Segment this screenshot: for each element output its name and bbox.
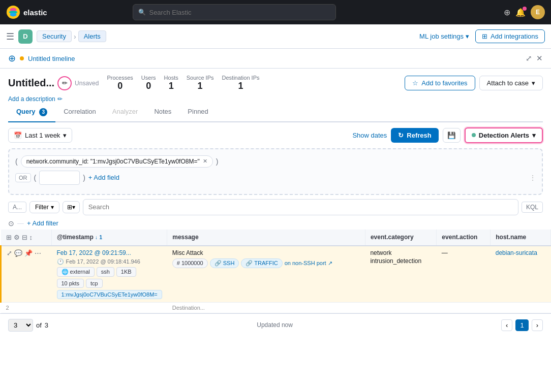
prev-page-btn[interactable]: ‹	[501, 319, 512, 331]
user-avatar[interactable]: E	[531, 5, 545, 19]
kql-badge[interactable]: KQL	[522, 202, 543, 213]
field-tags: 🌐 external ssh 1KB 10 pkts tcp 1:mvJgsj0…	[57, 267, 162, 299]
notifications-btn[interactable]: 🔔	[515, 8, 526, 17]
total-rows: 3	[45, 321, 48, 329]
tag-traffic: 🔗 TRAFFIC	[241, 258, 282, 268]
timeline-expand-btn[interactable]: ⤢	[526, 54, 532, 63]
chevron-down-icon: ▾	[466, 32, 469, 40]
pin-row-btn[interactable]: 📌	[24, 249, 33, 257]
empty-field[interactable]	[39, 171, 80, 185]
col-settings-btn[interactable]: ⚙	[14, 234, 20, 241]
row-message: Misc Attack # 1000000 🔗 SSH 🔗 TRAFFIC on…	[167, 246, 365, 303]
breadcrumb-security[interactable]: Security	[37, 30, 72, 42]
edit-desc-icon: ✏	[57, 95, 63, 103]
help-icon-btn[interactable]: ⊕	[504, 8, 510, 17]
stat-dest-ips: Destination IPs 1	[222, 75, 260, 91]
host-name-link[interactable]: debian-suricata	[496, 249, 537, 256]
query-row-1: ( network.community_id: "1:mvJgsj0oC7VBu…	[15, 155, 536, 168]
col-expand-btn[interactable]: ⊟	[22, 234, 27, 241]
tab-notes[interactable]: Notes	[146, 103, 179, 122]
tab-pinned[interactable]: Pinned	[179, 103, 216, 122]
chevron-down-icon-detect: ▾	[532, 132, 536, 139]
tabs-bar: Query 3 Correlation Analyzer Notes Pinne…	[8, 103, 543, 122]
search-filter-input[interactable]	[83, 199, 518, 215]
breadcrumb: Security › Alerts	[37, 30, 106, 42]
tab-query-label: Query	[16, 108, 36, 115]
grid-settings-btn[interactable]: ⊞▾	[63, 201, 80, 213]
timeline-title-link[interactable]: Untitled timeline	[28, 55, 75, 62]
field-tag-ssh: ssh	[97, 267, 114, 277]
breadcrumb-sep: ›	[74, 32, 76, 41]
show-dates-btn[interactable]: Show dates	[352, 132, 387, 139]
tab-query[interactable]: Query 3	[8, 103, 55, 122]
data-table: ⊞ ⚙ ⊟ ↕ @timestamp ↓ 1 message event.cat…	[0, 230, 551, 313]
col-header-timestamp: @timestamp ↓ 1	[52, 230, 167, 246]
field-tag-external: 🌐 external	[57, 267, 95, 277]
notification-dot	[523, 7, 527, 11]
add-field-btn[interactable]: + Add field	[88, 174, 119, 181]
next-page-btn[interactable]: ›	[532, 319, 543, 331]
tag-link-btn[interactable]: on non-SSH port ↗	[285, 258, 332, 268]
expand-row-btn[interactable]: ⤢	[7, 249, 12, 257]
timeline-add-btn[interactable]: ⊕	[8, 53, 16, 64]
rows-select[interactable]: 3 10 25 50	[8, 319, 33, 332]
tab-analyzer[interactable]: Analyzer	[104, 103, 146, 122]
tab-correlation[interactable]: Correlation	[55, 103, 104, 122]
detection-alerts-btn[interactable]: Detection Alerts ▾	[465, 127, 543, 143]
detection-alerts-label: Detection Alerts	[479, 132, 529, 139]
table-container: ⊞ ⚙ ⊟ ↕ @timestamp ↓ 1 message event.cat…	[0, 230, 551, 313]
event-cat-2: intrusion_detection	[370, 257, 431, 265]
hamburger-btn[interactable]: ☰	[6, 31, 14, 42]
add-integrations-btn[interactable]: ⊞ Add integrations	[475, 29, 545, 43]
add-to-favorites-btn[interactable]: ☆ Add to favorites	[405, 76, 475, 90]
unsaved-badge: Unsaved	[75, 80, 99, 87]
top-nav: elastic 🔍 ⊕ 🔔 E	[0, 0, 551, 24]
add-integrations-label: Add integrations	[491, 32, 538, 40]
timeline-actions-right: ☆ Add to favorites Attach to case ▾	[405, 76, 543, 90]
breadcrumb-alerts[interactable]: Alerts	[78, 30, 106, 42]
timeline-close-btn[interactable]: ✕	[536, 54, 543, 63]
timeline-name-edit: Untitled... ✏ Unsaved	[8, 76, 99, 90]
message-value: Misc Attack	[172, 249, 203, 256]
filter-separator: —	[17, 219, 24, 227]
ml-job-settings-btn[interactable]: ML job settings ▾	[419, 32, 469, 40]
detection-status-dot	[472, 133, 476, 137]
add-filter-btn[interactable]: + Add filter	[27, 219, 58, 227]
row2-timestamp-partial: 2	[1, 302, 167, 313]
tab-pinned-label: Pinned	[188, 108, 208, 115]
stat-hosts: Hosts 1	[164, 75, 178, 91]
col-header-actions: ⊞ ⚙ ⊟ ↕	[1, 230, 52, 246]
table-row: ⤢ 💬 📌 ⋯ Feb 17, 2022 @ 09:21:59... 🕐 Feb…	[1, 246, 551, 303]
search-input[interactable]	[149, 9, 330, 16]
chip-close-btn[interactable]: ✕	[203, 158, 207, 165]
drag-handle: ⋮	[530, 174, 536, 181]
date-picker-btn[interactable]: 📅 Last 1 week ▾	[8, 128, 72, 143]
note-row-btn[interactable]: 💬	[14, 249, 22, 257]
row2-dest-partial: Destination...	[167, 302, 551, 313]
refresh-btn[interactable]: ↻ Refresh	[391, 128, 438, 143]
field-tag-pkts: 10 pkts	[57, 279, 84, 288]
a-badge[interactable]: A...	[8, 202, 26, 213]
search-icon: 🔍	[138, 9, 146, 16]
query-chip-value: network.community_id: "1:mvJgsj0oC7VBuCS…	[26, 158, 200, 165]
timeline-header: ⊕ Untitled timeline ⤢ ✕	[0, 49, 551, 69]
chevron-down-icon-date: ▾	[63, 132, 67, 139]
more-row-btn[interactable]: ⋯	[35, 249, 41, 257]
attach-to-case-btn[interactable]: Attach to case ▾	[479, 76, 543, 90]
sort-num: 1	[99, 235, 102, 240]
sub-timestamp: 🕐 Feb 17, 2022 @ 09:18:41.946	[57, 258, 162, 265]
add-description[interactable]: Add a description ✏	[8, 95, 543, 103]
tab-notes-label: Notes	[154, 108, 171, 115]
current-page: 1	[515, 319, 528, 331]
search-bar-container: 🔍	[133, 4, 336, 20]
save-query-btn[interactable]: 💾	[443, 128, 461, 143]
col-sort-btn[interactable]: ↕	[29, 234, 33, 241]
event-action-value: —	[442, 249, 448, 256]
filter-btn[interactable]: Filter ▾	[29, 201, 59, 213]
table-header-row: ⊞ ⚙ ⊟ ↕ @timestamp ↓ 1 message event.cat…	[1, 230, 551, 246]
ml-label: ML job settings	[419, 32, 464, 40]
or-badge: OR	[15, 173, 31, 182]
field-tag-community-id: 1:mvJgsj0oC7VBuCSyETe1yw0fO8M=	[57, 290, 162, 299]
col-toggle-btn[interactable]: ⊞	[6, 234, 12, 241]
timeline-edit-btn[interactable]: ✏	[57, 76, 72, 90]
